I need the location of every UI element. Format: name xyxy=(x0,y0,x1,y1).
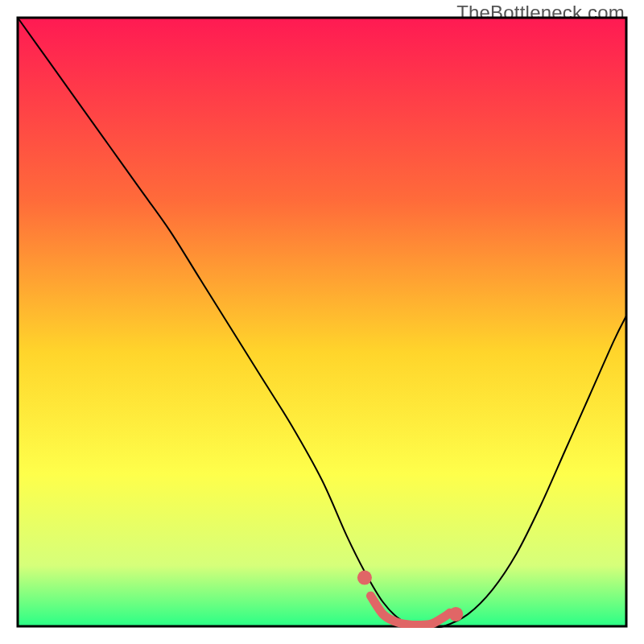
chart-svg xyxy=(16,16,628,628)
gradient-background xyxy=(18,18,626,626)
trough-start-marker xyxy=(357,571,372,585)
plot-area xyxy=(16,16,628,628)
chart-frame: TheBottleneck.com xyxy=(0,0,644,644)
trough-end-marker xyxy=(448,607,463,621)
